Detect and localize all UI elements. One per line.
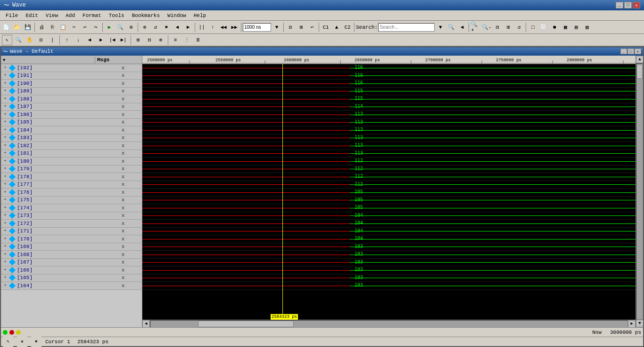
sig-expand-icon[interactable]: + [2,259,8,265]
cursor2-btn[interactable]: C2 [342,22,353,33]
cursor1-btn[interactable]: C1 [321,22,331,33]
nav-left[interactable]: ◄ [172,22,182,33]
nav-right[interactable]: ► [183,22,193,33]
inner-maximize[interactable]: □ [627,49,634,54]
zoom-in[interactable]: 🔍+ [471,22,481,33]
signal-row[interactable]: + [165] x [1,274,142,282]
sig-expand-icon[interactable]: + [2,142,8,149]
menu-edit[interactable]: Edit [22,12,41,19]
cursor-icon1[interactable]: ✎ [3,337,13,347]
sig-expand-icon[interactable]: + [2,80,8,87]
signal-row[interactable]: + [172] x [1,220,142,228]
wave-next[interactable]: ▶▶ [229,22,239,33]
search-go[interactable]: 🔍 [446,22,456,33]
sig-expand-icon[interactable]: + [2,212,8,219]
nav-reload[interactable]: ↺ [150,22,161,33]
time-down[interactable]: ▼ [272,22,282,33]
menu-format[interactable]: Format [79,12,105,19]
tool6[interactable]: ▧ [582,22,592,33]
format1[interactable]: ≡ [170,35,181,45]
signal-row[interactable]: + [189] x [1,88,142,96]
marker-btn[interactable]: | [47,35,58,45]
paste-button[interactable]: 📋 [58,22,68,33]
sig-expand-icon[interactable]: + [2,103,8,110]
menu-file[interactable]: File [2,12,22,19]
signal-expand-all[interactable]: ▼ [3,58,5,63]
undo-button[interactable]: ↩ [80,22,90,33]
hscroll-left[interactable]: ◄ [142,320,150,328]
sig-expand-icon[interactable]: + [2,127,8,133]
search-prev[interactable]: ◄ [457,22,467,33]
sig-expand-icon[interactable]: + [2,181,8,188]
time-input[interactable] [243,23,271,32]
wave-up[interactable]: ↑ [207,22,218,33]
wave-start[interactable]: |◄ [107,35,117,45]
vscroll-track[interactable] [636,63,643,320]
signal-row[interactable]: + [179] x [1,165,142,174]
cut-button[interactable]: ✂ [69,22,79,33]
signal-row[interactable]: + [175] x [1,197,142,205]
sig-expand-icon[interactable]: + [2,150,8,157]
sig-expand-icon[interactable]: + [2,111,8,118]
signal-row[interactable]: + [173] x [1,212,142,220]
signal-row[interactable]: + [178] x [1,173,142,181]
signal-row[interactable]: + [186] x [1,111,142,119]
zoom-x[interactable]: ⊞ [503,22,513,33]
vscroll-thumb[interactable] [636,65,643,79]
signal-row[interactable]: + [191] x [1,72,142,80]
tool5[interactable]: ▤ [571,22,581,33]
menu-view[interactable]: View [42,12,62,19]
tool4[interactable]: ▦ [560,22,570,33]
signal-row[interactable]: + [184] x [1,126,142,134]
sig-expand-icon[interactable]: + [2,282,8,289]
zoom-out[interactable]: 🔍- [481,22,492,33]
inner-minimize[interactable]: _ [620,49,627,54]
signal-row[interactable]: + [164] x [1,282,142,290]
signal-row[interactable]: + [167] x [1,259,142,267]
sig-expand-icon[interactable]: + [2,274,8,281]
hscroll-track[interactable] [150,320,628,328]
tool3[interactable]: ■ [549,22,560,33]
menu-tools[interactable]: Tools [105,12,128,19]
menu-window[interactable]: Window [164,12,190,19]
cursor-btn[interactable]: ↖ [2,35,12,45]
vscroll-down[interactable]: ▼ [636,320,643,327]
sig-expand-icon[interactable]: + [2,197,8,203]
hscroll-right[interactable]: ► [628,320,636,328]
signal-row[interactable]: + [181] x [1,150,142,158]
minimize-button[interactable]: _ [616,2,623,8]
collapse-btn[interactable]: ⊟ [144,35,155,45]
nav-delete[interactable]: ✖ [161,22,172,33]
signal-row[interactable]: + [182] x [1,142,142,150]
run-button[interactable]: ▶ [104,22,115,33]
signal-row[interactable]: + [192] x [1,64,142,72]
signal-row[interactable]: + [190] x [1,80,142,88]
sig-expand-icon[interactable]: + [2,72,8,79]
sig-expand-icon[interactable]: + [2,220,8,227]
select-btn[interactable]: ⊡ [36,35,46,45]
pan-btn[interactable]: ✋ [25,35,35,45]
zoom-btn[interactable]: 🔍 [13,35,24,45]
cursor-icon3[interactable]: ✖ [31,337,41,347]
copy-button[interactable]: ⎘ [47,22,58,33]
sig-expand-icon[interactable]: + [2,158,8,165]
menu-bookmarks[interactable]: Bookmarks [128,12,164,19]
new-button[interactable]: 📄 [1,22,11,33]
wave-prev2[interactable]: ◄ [84,35,95,45]
signal-row[interactable]: + [177] x [1,181,142,189]
sig-expand-icon[interactable]: + [2,119,8,125]
signal-row[interactable]: + [168] x [1,251,142,259]
snap-button[interactable]: || [197,22,207,33]
signal-row[interactable]: + [187] x [1,103,142,111]
wave-prev[interactable]: ◀◀ [218,22,229,33]
redo-button[interactable]: ↪ [91,22,101,33]
signal-row[interactable]: + [183] x [1,134,142,142]
format3[interactable]: ≣ [193,35,203,45]
save-button[interactable]: 💾 [23,22,33,33]
tool2[interactable]: ⬜ [538,22,549,33]
signal-row[interactable]: + [166] x [1,266,142,274]
sig-expand-icon[interactable]: + [2,65,8,71]
menu-help[interactable]: Help [190,12,210,19]
find-button[interactable]: 🔍 [115,22,125,33]
sig-expand-icon[interactable]: + [2,96,8,102]
